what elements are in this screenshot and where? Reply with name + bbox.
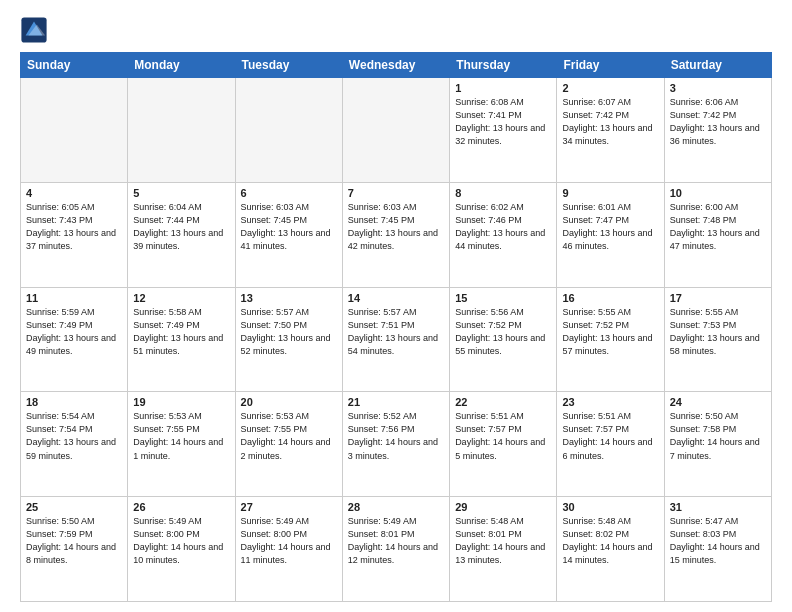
day-number: 21	[348, 396, 444, 408]
logo-icon	[20, 16, 48, 44]
header	[20, 16, 772, 44]
calendar-cell: 11 Sunrise: 5:59 AMSunset: 7:49 PMDaylig…	[21, 287, 128, 392]
calendar-cell: 26 Sunrise: 5:49 AMSunset: 8:00 PMDaylig…	[128, 497, 235, 602]
calendar-cell: 6 Sunrise: 6:03 AMSunset: 7:45 PMDayligh…	[235, 182, 342, 287]
weekday-header-wednesday: Wednesday	[342, 53, 449, 78]
logo	[20, 16, 52, 44]
day-info: Sunrise: 6:00 AMSunset: 7:48 PMDaylight:…	[670, 201, 766, 253]
weekday-header-friday: Friday	[557, 53, 664, 78]
day-info: Sunrise: 5:54 AMSunset: 7:54 PMDaylight:…	[26, 410, 122, 462]
day-info: Sunrise: 5:49 AMSunset: 8:00 PMDaylight:…	[133, 515, 229, 567]
calendar-cell	[235, 78, 342, 183]
day-number: 19	[133, 396, 229, 408]
day-info: Sunrise: 5:50 AMSunset: 7:58 PMDaylight:…	[670, 410, 766, 462]
day-number: 11	[26, 292, 122, 304]
day-info: Sunrise: 5:56 AMSunset: 7:52 PMDaylight:…	[455, 306, 551, 358]
day-number: 6	[241, 187, 337, 199]
calendar-cell: 8 Sunrise: 6:02 AMSunset: 7:46 PMDayligh…	[450, 182, 557, 287]
day-info: Sunrise: 5:53 AMSunset: 7:55 PMDaylight:…	[241, 410, 337, 462]
day-info: Sunrise: 6:02 AMSunset: 7:46 PMDaylight:…	[455, 201, 551, 253]
day-number: 3	[670, 82, 766, 94]
calendar-cell: 24 Sunrise: 5:50 AMSunset: 7:58 PMDaylig…	[664, 392, 771, 497]
weekday-row: SundayMondayTuesdayWednesdayThursdayFrid…	[21, 53, 772, 78]
day-number: 12	[133, 292, 229, 304]
day-number: 10	[670, 187, 766, 199]
day-info: Sunrise: 5:59 AMSunset: 7:49 PMDaylight:…	[26, 306, 122, 358]
day-info: Sunrise: 5:51 AMSunset: 7:57 PMDaylight:…	[455, 410, 551, 462]
weekday-header-saturday: Saturday	[664, 53, 771, 78]
day-number: 23	[562, 396, 658, 408]
day-number: 24	[670, 396, 766, 408]
calendar-cell: 5 Sunrise: 6:04 AMSunset: 7:44 PMDayligh…	[128, 182, 235, 287]
day-number: 28	[348, 501, 444, 513]
day-info: Sunrise: 5:57 AMSunset: 7:51 PMDaylight:…	[348, 306, 444, 358]
weekday-header-sunday: Sunday	[21, 53, 128, 78]
day-number: 4	[26, 187, 122, 199]
week-row-3: 11 Sunrise: 5:59 AMSunset: 7:49 PMDaylig…	[21, 287, 772, 392]
calendar-cell	[128, 78, 235, 183]
calendar-cell: 22 Sunrise: 5:51 AMSunset: 7:57 PMDaylig…	[450, 392, 557, 497]
day-info: Sunrise: 6:05 AMSunset: 7:43 PMDaylight:…	[26, 201, 122, 253]
day-number: 22	[455, 396, 551, 408]
day-number: 2	[562, 82, 658, 94]
day-number: 30	[562, 501, 658, 513]
calendar-cell: 18 Sunrise: 5:54 AMSunset: 7:54 PMDaylig…	[21, 392, 128, 497]
calendar-cell: 25 Sunrise: 5:50 AMSunset: 7:59 PMDaylig…	[21, 497, 128, 602]
day-number: 9	[562, 187, 658, 199]
day-info: Sunrise: 6:08 AMSunset: 7:41 PMDaylight:…	[455, 96, 551, 148]
page: SundayMondayTuesdayWednesdayThursdayFrid…	[0, 0, 792, 612]
day-info: Sunrise: 5:50 AMSunset: 7:59 PMDaylight:…	[26, 515, 122, 567]
calendar-table: SundayMondayTuesdayWednesdayThursdayFrid…	[20, 52, 772, 602]
week-row-4: 18 Sunrise: 5:54 AMSunset: 7:54 PMDaylig…	[21, 392, 772, 497]
week-row-1: 1 Sunrise: 6:08 AMSunset: 7:41 PMDayligh…	[21, 78, 772, 183]
day-info: Sunrise: 6:03 AMSunset: 7:45 PMDaylight:…	[241, 201, 337, 253]
calendar-cell	[21, 78, 128, 183]
calendar-cell: 12 Sunrise: 5:58 AMSunset: 7:49 PMDaylig…	[128, 287, 235, 392]
day-number: 5	[133, 187, 229, 199]
calendar-cell: 9 Sunrise: 6:01 AMSunset: 7:47 PMDayligh…	[557, 182, 664, 287]
calendar-cell: 1 Sunrise: 6:08 AMSunset: 7:41 PMDayligh…	[450, 78, 557, 183]
day-info: Sunrise: 5:58 AMSunset: 7:49 PMDaylight:…	[133, 306, 229, 358]
day-info: Sunrise: 6:03 AMSunset: 7:45 PMDaylight:…	[348, 201, 444, 253]
calendar-cell	[342, 78, 449, 183]
day-number: 7	[348, 187, 444, 199]
day-info: Sunrise: 6:07 AMSunset: 7:42 PMDaylight:…	[562, 96, 658, 148]
day-info: Sunrise: 6:01 AMSunset: 7:47 PMDaylight:…	[562, 201, 658, 253]
day-info: Sunrise: 5:49 AMSunset: 8:01 PMDaylight:…	[348, 515, 444, 567]
day-info: Sunrise: 5:48 AMSunset: 8:02 PMDaylight:…	[562, 515, 658, 567]
week-row-5: 25 Sunrise: 5:50 AMSunset: 7:59 PMDaylig…	[21, 497, 772, 602]
day-info: Sunrise: 5:55 AMSunset: 7:53 PMDaylight:…	[670, 306, 766, 358]
calendar-cell: 30 Sunrise: 5:48 AMSunset: 8:02 PMDaylig…	[557, 497, 664, 602]
calendar-cell: 17 Sunrise: 5:55 AMSunset: 7:53 PMDaylig…	[664, 287, 771, 392]
calendar-cell: 20 Sunrise: 5:53 AMSunset: 7:55 PMDaylig…	[235, 392, 342, 497]
day-number: 29	[455, 501, 551, 513]
calendar-cell: 29 Sunrise: 5:48 AMSunset: 8:01 PMDaylig…	[450, 497, 557, 602]
day-number: 27	[241, 501, 337, 513]
calendar-cell: 4 Sunrise: 6:05 AMSunset: 7:43 PMDayligh…	[21, 182, 128, 287]
day-info: Sunrise: 5:53 AMSunset: 7:55 PMDaylight:…	[133, 410, 229, 462]
week-row-2: 4 Sunrise: 6:05 AMSunset: 7:43 PMDayligh…	[21, 182, 772, 287]
day-info: Sunrise: 6:04 AMSunset: 7:44 PMDaylight:…	[133, 201, 229, 253]
day-info: Sunrise: 5:47 AMSunset: 8:03 PMDaylight:…	[670, 515, 766, 567]
calendar-body: 1 Sunrise: 6:08 AMSunset: 7:41 PMDayligh…	[21, 78, 772, 602]
day-number: 16	[562, 292, 658, 304]
calendar-cell: 27 Sunrise: 5:49 AMSunset: 8:00 PMDaylig…	[235, 497, 342, 602]
calendar-cell: 2 Sunrise: 6:07 AMSunset: 7:42 PMDayligh…	[557, 78, 664, 183]
day-info: Sunrise: 5:52 AMSunset: 7:56 PMDaylight:…	[348, 410, 444, 462]
day-info: Sunrise: 5:49 AMSunset: 8:00 PMDaylight:…	[241, 515, 337, 567]
weekday-header-thursday: Thursday	[450, 53, 557, 78]
calendar-cell: 31 Sunrise: 5:47 AMSunset: 8:03 PMDaylig…	[664, 497, 771, 602]
calendar-cell: 14 Sunrise: 5:57 AMSunset: 7:51 PMDaylig…	[342, 287, 449, 392]
day-number: 26	[133, 501, 229, 513]
day-number: 8	[455, 187, 551, 199]
day-info: Sunrise: 5:55 AMSunset: 7:52 PMDaylight:…	[562, 306, 658, 358]
weekday-header-tuesday: Tuesday	[235, 53, 342, 78]
calendar-cell: 13 Sunrise: 5:57 AMSunset: 7:50 PMDaylig…	[235, 287, 342, 392]
calendar-cell: 7 Sunrise: 6:03 AMSunset: 7:45 PMDayligh…	[342, 182, 449, 287]
day-info: Sunrise: 5:57 AMSunset: 7:50 PMDaylight:…	[241, 306, 337, 358]
calendar-cell: 3 Sunrise: 6:06 AMSunset: 7:42 PMDayligh…	[664, 78, 771, 183]
day-number: 20	[241, 396, 337, 408]
day-number: 1	[455, 82, 551, 94]
day-number: 15	[455, 292, 551, 304]
day-number: 13	[241, 292, 337, 304]
